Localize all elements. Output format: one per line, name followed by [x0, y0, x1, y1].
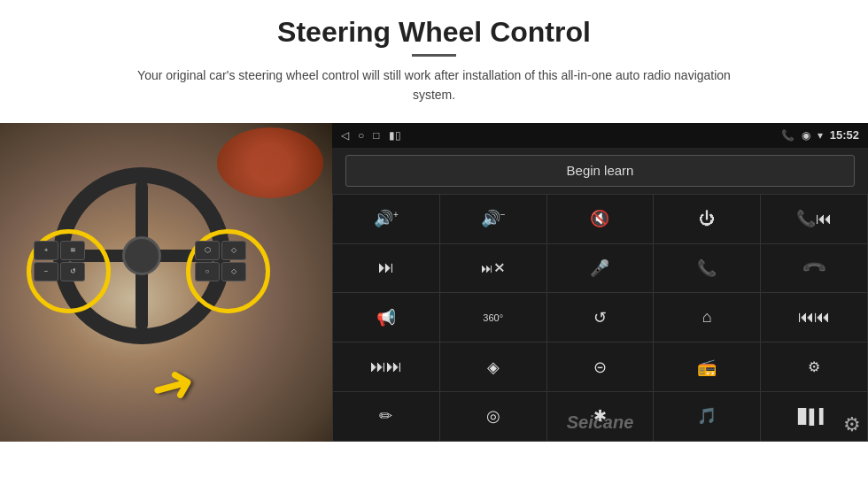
header-section: Steering Wheel Control Your original car…: [0, 0, 868, 114]
dashboard-area: [217, 127, 323, 198]
car-image-panel: + ≋ − ↺ ⬡ ◇ ○ ◇ ➜: [0, 123, 332, 442]
title-divider: [412, 54, 456, 57]
phone-signal-icon: 📞: [781, 129, 794, 142]
gps-icon: ◉: [802, 129, 810, 142]
ctrl-home[interactable]: ⌂: [654, 293, 760, 342]
page-wrapper: Steering Wheel Control Your original car…: [0, 0, 868, 485]
ctrl-call-prev[interactable]: 📞⏮: [761, 195, 867, 243]
wheel-btn-back: ↺: [60, 262, 85, 281]
eject-icon: ⊝: [593, 358, 607, 377]
home-nav-icon[interactable]: ○: [358, 129, 364, 142]
right-button-group: ⬡ ◇ ○ ◇: [195, 241, 246, 281]
wheel-btn-r2: ◇: [221, 241, 246, 260]
control-grid: 🔊+ 🔊− 🔇 ⏻ 📞⏮ ⏭ ⏭✕: [332, 194, 868, 442]
wheel-btn-r3: ○: [195, 262, 220, 281]
status-left: ◁ ○ □ ▮▯: [341, 129, 401, 142]
ctrl-radio[interactable]: 📻: [654, 343, 760, 391]
next-icon: ⏭: [378, 258, 394, 277]
fast-next-icon: ⏭⏭: [370, 358, 402, 376]
ctrl-mic[interactable]: 🎤: [547, 244, 654, 293]
ctrl-pen[interactable]: ✏: [333, 392, 439, 441]
time-display: 15:52: [830, 128, 859, 142]
ctrl-nav[interactable]: ◈: [440, 343, 546, 391]
head-unit-panel: ◁ ○ □ ▮▯ 📞 ◉ ▾ 15:52 Begin learn: [332, 123, 868, 442]
eq-icon: ⚙: [808, 358, 820, 375]
wheel-center: [122, 236, 161, 275]
ctrl-settings[interactable]: ◎: [440, 392, 546, 441]
wheel-btn-mode: ≋: [60, 241, 85, 260]
content-area: + ≋ − ↺ ⬡ ◇ ○ ◇ ➜ ◁ ○ □: [0, 123, 868, 485]
camera-360-icon: 360°: [483, 312, 503, 323]
ctrl-next[interactable]: ⏭: [333, 244, 439, 293]
wifi-icon: ▾: [818, 129, 823, 142]
ctrl-bluetooth[interactable]: ✱: [547, 392, 654, 441]
begin-learn-container: Begin learn: [332, 148, 868, 194]
wheel-btn-r1: ⬡: [195, 241, 220, 260]
left-button-group: + ≋ − ↺: [34, 241, 85, 281]
recents-nav-icon[interactable]: □: [373, 129, 379, 142]
ctrl-vol-down[interactable]: 🔊−: [440, 195, 546, 243]
ctrl-music[interactable]: 🎵: [654, 392, 760, 441]
bluetooth-icon: ✱: [593, 406, 607, 426]
horn-icon: 📢: [376, 308, 396, 327]
wheel-btn-vol-up: +: [34, 241, 58, 260]
wheel-btn-r4: ◇: [221, 262, 246, 281]
mic-icon: 🎤: [590, 258, 609, 278]
ctrl-prev-track[interactable]: ⏮⏮: [761, 293, 867, 342]
prev-track-icon: ⏮⏮: [798, 308, 830, 327]
ctrl-skip-fwd[interactable]: ⏭✕: [440, 244, 546, 293]
radio-icon: 📻: [697, 358, 717, 377]
ctrl-360[interactable]: 360°: [440, 293, 546, 342]
ctrl-mute[interactable]: 🔇: [547, 195, 654, 243]
power-icon: ⏻: [699, 210, 715, 228]
page-title: Steering Wheel Control: [53, 16, 815, 49]
settings-gear-button[interactable]: ⚙: [843, 413, 861, 436]
vol-down-icon: 🔊−: [481, 209, 506, 228]
pen-icon: ✏: [379, 406, 392, 426]
back-icon: ↺: [593, 308, 607, 327]
navigation-icon: ◈: [487, 358, 500, 377]
ctrl-fast-next[interactable]: ⏭⏭: [333, 343, 439, 391]
hangup-icon: 📞: [801, 254, 828, 281]
ctrl-horn[interactable]: 📢: [333, 293, 439, 342]
begin-learn-button[interactable]: Begin learn: [345, 155, 855, 187]
home-icon: ⌂: [702, 308, 712, 327]
ctrl-call[interactable]: 📞: [654, 244, 760, 293]
skip-fwd-icon: ⏭✕: [481, 261, 506, 275]
spectrum-icon: ▊▌▍: [798, 408, 829, 425]
phone-icon: 📞: [697, 258, 717, 278]
call-prev-icon: 📞⏮: [796, 209, 832, 228]
status-right: 📞 ◉ ▾ 15:52: [781, 128, 859, 142]
ctrl-back[interactable]: ↺: [547, 293, 654, 342]
ctrl-vol-up[interactable]: 🔊+: [333, 195, 439, 243]
battery-icon: ▮▯: [389, 129, 401, 142]
ctrl-eject[interactable]: ⊝: [547, 343, 654, 391]
mute-icon: 🔇: [590, 209, 609, 228]
settings-circle-icon: ◎: [486, 406, 500, 426]
ctrl-hangup[interactable]: 📞: [761, 244, 867, 293]
ctrl-power[interactable]: ⏻: [654, 195, 760, 243]
vol-up-icon: 🔊+: [374, 209, 399, 228]
ctrl-eq[interactable]: ⚙: [761, 343, 867, 391]
back-nav-icon[interactable]: ◁: [341, 129, 349, 142]
music-icon: 🎵: [697, 406, 717, 426]
wheel-btn-vol-down: −: [34, 262, 58, 281]
subtitle: Your original car's steering wheel contr…: [124, 65, 744, 105]
status-bar: ◁ ○ □ ▮▯ 📞 ◉ ▾ 15:52: [332, 123, 868, 148]
